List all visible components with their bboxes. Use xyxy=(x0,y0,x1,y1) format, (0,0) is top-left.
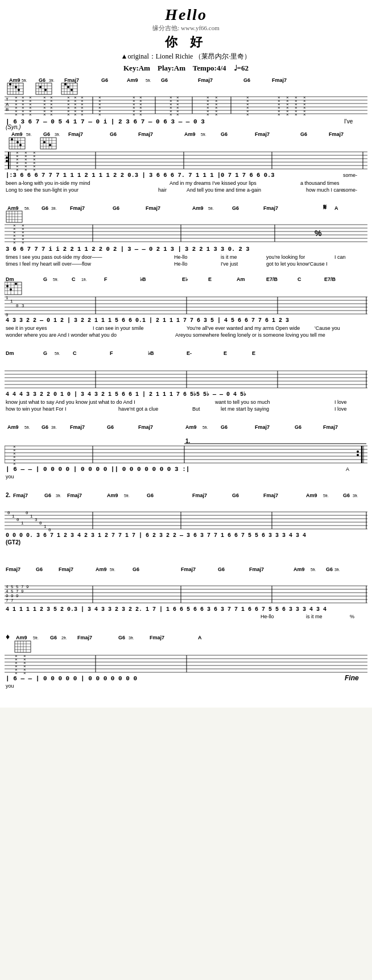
title-section: Hello 缘分吉他: www.yf66.com 你 好 ▲original：L… xyxy=(5,6,367,61)
svg-text:G6: G6 xyxy=(42,205,48,211)
svg-text:E: E xyxy=(208,276,212,282)
svg-text:G6: G6 xyxy=(221,424,228,430)
svg-text:0: 0 xyxy=(48,528,51,532)
play-value: Am xyxy=(174,64,185,72)
page: Hello 缘分吉他: www.yf66.com 你 好 ▲original：L… xyxy=(0,0,372,708)
svg-text:G6: G6 xyxy=(295,424,301,430)
svg-text:G6: G6 xyxy=(101,77,108,83)
svg-text:Am9: Am9 xyxy=(11,131,23,137)
svg-text:G6: G6 xyxy=(133,567,139,572)
svg-text:5fr.: 5fr. xyxy=(26,133,32,137)
svg-text:G6: G6 xyxy=(343,493,350,498)
svg-text:Fmaj7: Fmaj7 xyxy=(272,77,287,83)
svg-point-332 xyxy=(15,283,17,285)
svg-text:×: × xyxy=(246,112,249,117)
svg-text:|:3 6 6 6  7 7 7 1  1 1 2   1 : |:3 6 6 6 7 7 7 1 1 1 2 1 1 1 2 2 0.3 | … xyxy=(6,172,275,179)
svg-text:I can: I can xyxy=(334,254,346,260)
svg-text:Am9: Am9 xyxy=(96,567,107,572)
svg-text:G6: G6 xyxy=(107,424,114,430)
svg-text:×: × xyxy=(81,112,84,117)
svg-text:×: × xyxy=(278,112,280,117)
svg-point-220 xyxy=(6,156,8,159)
svg-text:some-: some- xyxy=(343,187,357,193)
svg-text:5fr.: 5fr. xyxy=(24,425,30,429)
svg-text:1: 1 xyxy=(10,299,13,304)
svg-text:3fr.: 3fr. xyxy=(51,425,57,429)
svg-text:0: 0 xyxy=(16,304,19,308)
svg-text:| 6  —  —   |  0   0   0   0  : | 6 — — | 0 0 0 0 0 | 0 0 0 0 0 0 0 xyxy=(6,675,137,682)
svg-text:5fr.: 5fr. xyxy=(208,206,214,210)
svg-point-221 xyxy=(6,160,8,162)
svg-text:I've just: I've just xyxy=(221,261,238,267)
svg-text:0: 0 xyxy=(7,511,10,515)
svg-text:5fr.: 5fr. xyxy=(124,494,130,498)
svg-text:4 4 4 3 3 2 2 0 1 0 | 3 4 3 2 : 4 4 4 3 3 2 2 0 1 0 | 3 4 3 2 1 5 6 6 1 … xyxy=(6,391,246,398)
svg-text:5fr.: 5fr. xyxy=(22,78,27,82)
svg-text:is it me: is it me xyxy=(306,614,323,619)
svg-text:G6: G6 xyxy=(36,567,43,572)
svg-text:A: A xyxy=(198,635,202,640)
svg-text:Areyou somewhere feeling lonel: Areyou somewhere feeling lonely or is so… xyxy=(175,332,325,338)
svg-text:5fr.: 5fr. xyxy=(202,425,208,429)
svg-text:0: 0 xyxy=(26,511,28,515)
svg-text:want to tell you so much: want to tell you so much xyxy=(214,399,270,405)
svg-text:G6: G6 xyxy=(232,205,239,211)
svg-text:3: 3 xyxy=(22,304,24,308)
svg-text:have'nt got a clue: have'nt got a clue xyxy=(118,406,158,412)
svg-text:5fr.: 5fr. xyxy=(201,133,206,137)
svg-text:4 5 5 7 9: 4 5 5 7 9 xyxy=(6,585,29,589)
svg-text:5fr.: 5fr. xyxy=(311,568,316,572)
svg-text:1: 1 xyxy=(21,521,24,526)
svg-text:3fr.: 3fr. xyxy=(56,494,61,498)
svg-text:×: × xyxy=(74,112,77,117)
svg-text:1: 1 xyxy=(12,514,15,519)
svg-text:Fmaj7: Fmaj7 xyxy=(68,131,83,137)
svg-text:Am9: Am9 xyxy=(294,567,305,572)
source-credit: 缘分吉他: www.yf66.com xyxy=(5,24,367,32)
svg-text:5fr.: 5fr. xyxy=(33,636,39,640)
svg-text:Fmaj7: Fmaj7 xyxy=(64,77,79,83)
svg-text:×: × xyxy=(98,112,101,117)
svg-text:Am9: Am9 xyxy=(107,493,118,498)
svg-text:G6: G6 xyxy=(161,77,168,83)
svg-text:Fmaj7: Fmaj7 xyxy=(138,424,153,430)
play-label: Play: xyxy=(158,64,174,72)
svg-text:He-llo: He-llo xyxy=(261,614,274,619)
svg-text:G: G xyxy=(43,350,47,356)
svg-text:you: you xyxy=(6,683,14,689)
svg-text:×: × xyxy=(13,240,16,245)
svg-text:5fr.: 5fr. xyxy=(24,206,30,210)
section-9-svg: ♦ Am9 G6 Fmaj7 G6 Fmaj7 A 5fr. 2fr. 3fr. xyxy=(5,634,367,702)
svg-point-43 xyxy=(71,89,73,91)
svg-text:G6: G6 xyxy=(243,77,250,83)
svg-text:1: 1 xyxy=(6,296,9,300)
svg-point-202 xyxy=(16,141,19,143)
svg-text:×: × xyxy=(50,112,53,117)
svg-text:%: % xyxy=(350,614,354,619)
svg-text:Fmaj7: Fmaj7 xyxy=(77,635,92,640)
svg-text:E: E xyxy=(252,350,255,356)
svg-text:2.: 2. xyxy=(6,492,11,498)
svg-text:G: G xyxy=(43,276,47,282)
svg-text:4 5 7 9: 4 5 7 9 xyxy=(6,589,24,594)
svg-text:times I see you pass out-side : times I see you pass out-side my door—— xyxy=(6,254,102,260)
svg-text:E: E xyxy=(224,350,227,356)
svg-text:G6: G6 xyxy=(218,567,225,572)
svg-text:Am9: Am9 xyxy=(184,131,196,137)
svg-text:0: 0 xyxy=(39,521,42,526)
svg-point-31 xyxy=(39,86,42,88)
svg-text:G6: G6 xyxy=(43,131,50,137)
svg-text:4 1 1 1  1 2 3 5 2 0.3 | 3 4 3: 4 1 1 1 1 2 3 5 2 0.3 | 3 4 3 3 2 3 2 2.… xyxy=(6,606,326,613)
svg-text:A: A xyxy=(346,466,349,472)
key-value: Am xyxy=(139,64,150,72)
svg-text:Fmaj7: Fmaj7 xyxy=(6,567,20,572)
svg-text:1: 1 xyxy=(30,514,33,519)
svg-text:♭B: ♭B xyxy=(140,276,146,282)
svg-text:×: × xyxy=(206,112,209,117)
svg-text:is it me: is it me xyxy=(221,254,237,260)
tempo-value: 4/4 xyxy=(217,64,226,72)
section-8-svg: Fmaj7 G6 Fmaj7 Am9 G6 Fmaj7 G6 Fmaj7 Am9… xyxy=(5,565,367,634)
svg-text:5fr.: 5fr. xyxy=(110,568,115,572)
svg-text:C: C xyxy=(72,276,76,282)
svg-text:G6: G6 xyxy=(300,131,307,137)
